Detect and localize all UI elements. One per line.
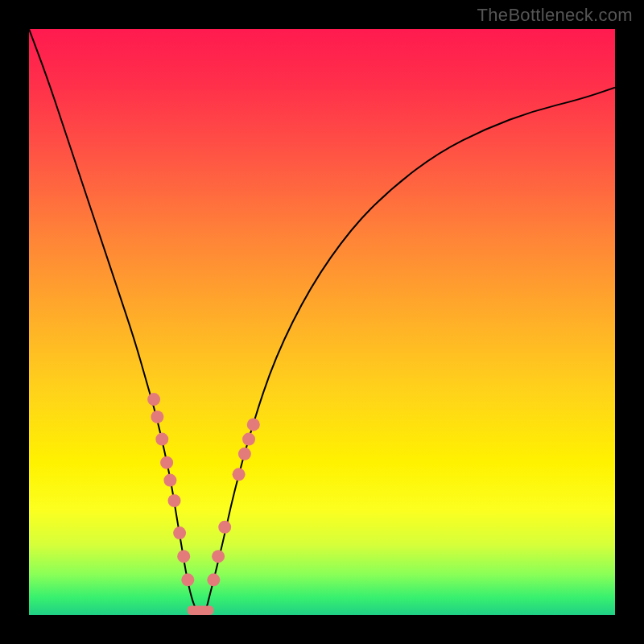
data-marker — [163, 474, 176, 487]
data-marker — [242, 433, 255, 446]
chart-overlay — [29, 29, 615, 615]
plot-area — [29, 29, 615, 615]
data-marker — [147, 393, 160, 406]
data-marker — [160, 456, 173, 469]
data-marker — [247, 418, 260, 431]
data-marker — [238, 448, 251, 460]
data-marker — [155, 433, 168, 446]
minimum-bar — [188, 605, 214, 615]
data-marker — [151, 411, 163, 423]
data-marker — [173, 526, 186, 539]
data-marker — [233, 468, 246, 481]
data-markers — [147, 393, 260, 586]
data-marker — [207, 573, 220, 586]
data-marker — [168, 494, 181, 507]
chart-frame: TheBottleneck.com — [0, 0, 644, 644]
bottleneck-curve — [29, 29, 615, 615]
data-marker — [218, 521, 231, 534]
data-marker — [181, 573, 194, 586]
watermark-text: TheBottleneck.com — [477, 5, 633, 26]
data-marker — [212, 550, 225, 563]
data-marker — [177, 550, 190, 563]
